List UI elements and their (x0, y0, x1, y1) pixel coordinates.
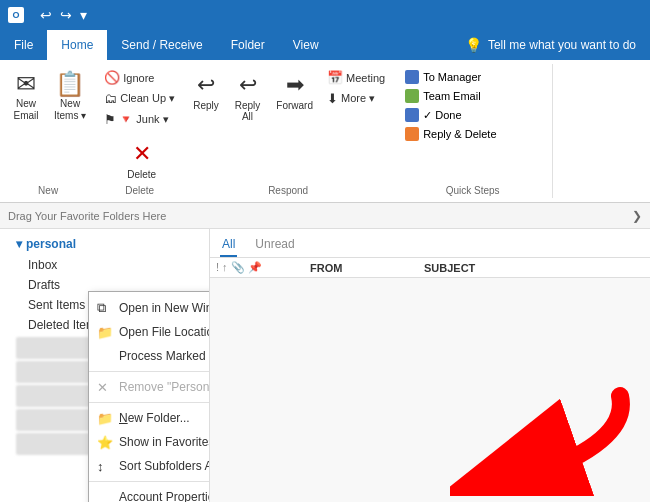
reply-label: Reply (193, 100, 219, 111)
ctx-sort-icon: ↕ (97, 459, 104, 474)
favorites-arrow[interactable]: ❯ (632, 209, 642, 223)
qs-reply-delete[interactable]: Reply & Delete (401, 125, 544, 143)
ctx-sort-subfolders[interactable]: ↕ Sort Subfolders A to Z (89, 454, 210, 478)
reply-icon: ↩ (197, 72, 215, 98)
qs-done[interactable]: ✓ Done (401, 106, 544, 124)
delete-icon: ✕ (133, 141, 151, 167)
ctx-open-location[interactable]: 📁 Open File Location (89, 320, 210, 344)
sidebar-personal-header[interactable]: ▾ personal (0, 233, 209, 255)
forward-icon: ➡ (286, 72, 304, 98)
meeting-icon: 📅 (327, 70, 343, 85)
email-tabs: All Unread (210, 229, 650, 258)
favorites-bar: ❯ (0, 203, 650, 229)
ctx-sep-3 (89, 481, 210, 482)
menu-bar: File Home Send / Receive Folder View 💡 T… (0, 30, 650, 60)
customize-btn[interactable]: ▾ (78, 5, 89, 25)
ignore-label: Ignore (123, 72, 154, 84)
lightbulb-icon: 💡 (465, 37, 482, 53)
tab-unread[interactable]: Unread (253, 233, 296, 257)
from-column-header[interactable]: FROM (310, 262, 420, 274)
ctx-process-headers[interactable]: Process Marked Headers (89, 344, 210, 368)
forward-label: Forward (276, 100, 313, 111)
junk-button[interactable]: ⚑ 🔻 Junk ▾ (100, 110, 172, 129)
ctx-sort-label: Sort Subfolders A to Z (119, 459, 210, 473)
menu-home[interactable]: Home (47, 30, 107, 60)
quick-steps-list: To Manager Team Email ✓ Done Reply & Del… (401, 68, 544, 143)
qs-team-label: Team Email (423, 90, 480, 102)
forward-button[interactable]: ➡ Forward (270, 68, 319, 115)
ctx-new-folder-label: New Folder... (119, 411, 190, 425)
sidebar-personal-label: personal (26, 237, 76, 251)
new-email-label: NewEmail (13, 98, 38, 122)
new-email-button[interactable]: ✉ NewEmail (4, 68, 48, 126)
undo-btn[interactable]: ↩ (38, 5, 54, 25)
qs-to-manager[interactable]: To Manager (401, 68, 544, 86)
menu-folder[interactable]: Folder (217, 30, 279, 60)
ignore-button[interactable]: 🚫 Ignore (100, 68, 158, 87)
ribbon-respond-group: ↩ Reply ↩ ReplyAll ➡ Forward 📅 Meeting ⬇… (183, 64, 393, 198)
meeting-label: Meeting (346, 72, 385, 84)
ignore-icon: 🚫 (104, 70, 120, 85)
reply-button[interactable]: ↩ Reply (187, 68, 225, 115)
ribbon-quicksteps-group: To Manager Team Email ✓ Done Reply & Del… (393, 64, 553, 198)
ctx-sep-1 (89, 371, 210, 372)
main-area: ▾ personal Inbox Drafts Sent Items Delet… (0, 229, 650, 502)
cleanup-button[interactable]: 🗂 Clean Up ▾ (100, 89, 179, 108)
redo-btn[interactable]: ↪ (58, 5, 74, 25)
meeting-button[interactable]: 📅 Meeting (323, 68, 389, 87)
ribbon-new-group: ✉ NewEmail 📋 NewItems ▾ New (0, 64, 96, 198)
new-items-button[interactable]: 📋 NewItems ▾ (48, 68, 92, 126)
qs-to-manager-label: To Manager (423, 71, 481, 83)
title-bar: O ↩ ↪ ▾ (0, 0, 650, 30)
qs-team-icon (405, 89, 419, 103)
email-list: All Unread ! ↑ 📎 📌 FROM SUBJECT (210, 229, 650, 502)
new-items-label: NewItems ▾ (54, 98, 86, 122)
more-label: More ▾ (341, 92, 375, 105)
menu-file[interactable]: File (0, 30, 47, 60)
ctx-process-headers-label: Process Marked Headers (119, 349, 210, 363)
junk-icon: ⚑ (104, 112, 116, 127)
sidebar-item-inbox[interactable]: Inbox (0, 255, 209, 275)
qs-reply-delete-label: Reply & Delete (423, 128, 496, 140)
reply-all-label: ReplyAll (235, 100, 261, 122)
menu-send-receive[interactable]: Send / Receive (107, 30, 216, 60)
ctx-account-props[interactable]: Account Properties... (89, 485, 210, 502)
cleanup-label: Clean Up ▾ (120, 92, 175, 105)
subject-column-header: SUBJECT (424, 262, 644, 274)
junk-label: 🔻 Junk ▾ (119, 113, 168, 126)
ctx-open-location-label: Open File Location (119, 325, 210, 339)
ctx-open-window[interactable]: ⧉ Open in New Window (89, 296, 210, 320)
delete-button[interactable]: ✕ Delete (121, 137, 162, 184)
reply-all-button[interactable]: ↩ ReplyAll (229, 68, 267, 126)
tab-all[interactable]: All (220, 233, 237, 257)
ctx-show-favorites[interactable]: ⭐ Show in Favorites (89, 430, 210, 454)
tell-me-bar[interactable]: 💡 Tell me what you want to do (451, 30, 650, 60)
ribbon: ✉ NewEmail 📋 NewItems ▾ New 🚫 Ignore 🗂 C… (0, 60, 650, 203)
ctx-new-folder[interactable]: 📁 New Folder... (89, 406, 210, 430)
menu-view[interactable]: View (279, 30, 333, 60)
favorites-input[interactable] (8, 210, 626, 222)
sidebar-expand-icon: ▾ (16, 237, 22, 251)
ctx-open-location-icon: 📁 (97, 325, 113, 340)
more-button[interactable]: ⬇ More ▾ (323, 89, 389, 108)
cleanup-icon: 🗂 (104, 91, 117, 106)
reply-all-icon: ↩ (239, 72, 257, 98)
email-column-headers: ! ↑ 📎 📌 FROM SUBJECT (210, 258, 650, 278)
qs-done-label: ✓ Done (423, 109, 461, 122)
qs-reply-delete-icon (405, 127, 419, 141)
ctx-open-window-icon: ⧉ (97, 300, 106, 316)
ribbon-delete-group: 🚫 Ignore 🗂 Clean Up ▾ ⚑ 🔻 Junk ▾ ✕ Delet… (96, 64, 183, 198)
ctx-account-props-label: Account Properties... (119, 490, 210, 502)
ctx-new-folder-icon: 📁 (97, 411, 113, 426)
app-logo: O (8, 7, 24, 23)
more-icon: ⬇ (327, 91, 338, 106)
respond-group-label: Respond (183, 185, 393, 196)
delete-group-label: Delete (96, 185, 183, 196)
qs-done-icon (405, 108, 419, 122)
ctx-remove-personal: ✕ Remove "Personal" (89, 375, 210, 399)
new-items-icon: 📋 (55, 72, 85, 96)
ctx-remove-label: Remove "Personal" (119, 380, 210, 394)
qs-team-email[interactable]: Team Email (401, 87, 544, 105)
sidebar: ▾ personal Inbox Drafts Sent Items Delet… (0, 229, 210, 502)
delete-label: Delete (127, 169, 156, 180)
